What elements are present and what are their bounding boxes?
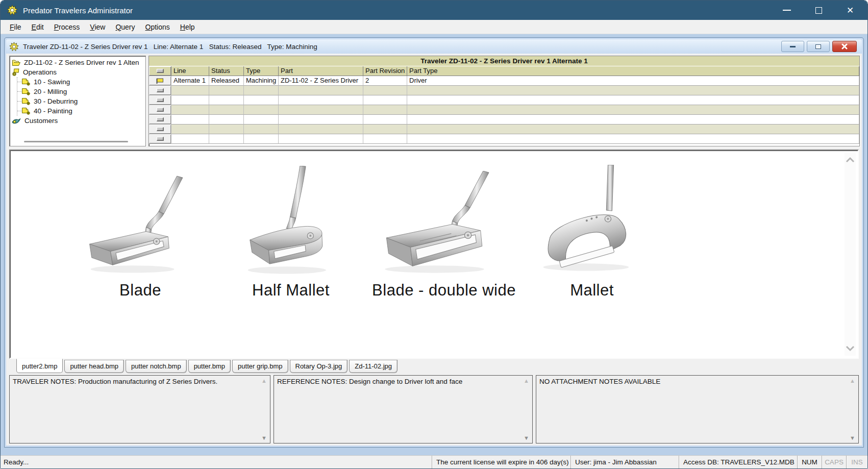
viewer-label-blade-double-wide: Blade - double wide (360, 281, 528, 300)
col-header-status[interactable]: Status (209, 66, 244, 76)
child-title: Traveler ZD-11-02 - Z Series Driver rev … (23, 43, 317, 51)
grid-empty-row[interactable] (149, 115, 859, 125)
row-selector-button[interactable] (149, 134, 171, 144)
grid-empty-row[interactable] (149, 95, 859, 105)
tree-hscrollbar-thumb[interactable] (24, 141, 128, 142)
traveler-tree[interactable]: ZD-11-02 - Z Series Driver rev 1 Alten O… (9, 56, 146, 146)
main-titlebar: Predator Travelers Administrator ✕ (1, 1, 867, 20)
traveler-notes-text: TRAVELER NOTES: Production manufacturing… (13, 378, 217, 385)
status-bar: Ready... The current license will expire… (1, 455, 867, 468)
scroll-up-icon[interactable] (846, 157, 855, 163)
child-content: ZD-11-02 - Z Series Driver rev 1 Alten O… (6, 54, 862, 446)
tab-rotary-op3-jpg[interactable]: Rotary Op-3.jpg (290, 360, 348, 373)
row-selector-button[interactable] (149, 76, 171, 86)
tab-putter-notch-bmp[interactable]: putter notch.bmp (126, 360, 187, 373)
traveler-notes-panel[interactable]: TRAVELER NOTES: Production manufacturing… (9, 375, 270, 443)
minimize-icon (783, 10, 791, 11)
menu-options[interactable]: Options (140, 21, 175, 33)
menu-process[interactable]: Process (49, 21, 85, 33)
cell-status[interactable]: Released (209, 76, 244, 86)
scroll-down-icon[interactable]: ▼ (850, 435, 855, 441)
row-selector-button[interactable] (149, 105, 171, 115)
app-gear-icon (7, 5, 18, 16)
col-header-part-type[interactable]: Part Type (407, 66, 859, 76)
child-titlebar[interactable]: Traveler ZD-11-02 - Z Series Driver rev … (6, 39, 862, 54)
app-window: Predator Travelers Administrator ✕ File … (0, 0, 868, 469)
scroll-down-icon[interactable]: ▼ (524, 435, 529, 441)
scroll-up-icon[interactable]: ▲ (261, 378, 267, 384)
tab-putter-bmp[interactable]: putter.bmp (188, 360, 231, 373)
menu-edit[interactable]: Edit (27, 21, 49, 33)
child-restore-button[interactable] (807, 41, 830, 52)
scroll-up-icon[interactable]: ▲ (850, 378, 855, 384)
attachment-notes-text: NO ATTACHMENT NOTES AVAILABLE (539, 378, 660, 385)
child-minimize-icon (790, 46, 796, 47)
col-header-line[interactable]: Line (171, 66, 209, 76)
tree-item-op-40[interactable]: 40 - Painting (17, 106, 144, 116)
scroll-down-icon[interactable]: ▼ (261, 435, 267, 441)
tree-item-op-30[interactable]: 30 - Deburring (17, 96, 144, 106)
status-database: Access DB: TRAVELERS_V12.MDB (679, 456, 797, 468)
traveler-gear-icon (9, 42, 19, 52)
status-license: The current license will expire in 406 d… (432, 456, 571, 468)
menu-query[interactable]: Query (110, 21, 140, 33)
row-selector-button[interactable] (149, 125, 171, 134)
tab-putter-grip-bmp[interactable]: putter grip.bmp (232, 360, 288, 373)
tree-item-customers[interactable]: Customers (12, 116, 144, 126)
col-header-part[interactable]: Part (279, 66, 363, 76)
operation-step-icon (21, 78, 31, 86)
child-close-button[interactable] (832, 41, 857, 52)
status-user: User: jima - Jim Abbassian (571, 456, 679, 468)
tree-item-op-20[interactable]: 20 - Milling (17, 87, 144, 96)
row-selector-button[interactable] (149, 95, 171, 105)
cell-part[interactable]: ZD-11-02 - Z Series Driver (279, 76, 363, 86)
maximize-button[interactable] (814, 6, 823, 14)
cell-type[interactable]: Machining (244, 76, 279, 86)
menu-help[interactable]: Help (175, 21, 200, 33)
putter-image-half-mallet (237, 166, 344, 288)
close-button[interactable]: ✕ (846, 6, 854, 14)
tab-putter-head-bmp[interactable]: putter head.bmp (64, 360, 124, 373)
tree-item-op-10[interactable]: 10 - Sawing (17, 77, 144, 87)
tab-zd-11-02-jpg[interactable]: Zd-11-02.jpg (349, 360, 398, 373)
cell-part-revision[interactable]: 2 (363, 76, 407, 86)
attachment-notes-panel[interactable]: NO ATTACHMENT NOTES AVAILABLE ▲ ▼ (536, 375, 859, 443)
tree-op-label: 40 - Painting (34, 107, 72, 115)
tab-putter2-bmp[interactable]: putter2.bmp (16, 359, 63, 373)
child-close-icon (841, 43, 848, 50)
traveler-child-window: Traveler ZD-11-02 - Z Series Driver rev … (4, 37, 864, 448)
minimize-button[interactable] (783, 6, 791, 14)
col-header-part-revision[interactable]: Part Revision (363, 66, 407, 76)
cell-part-type[interactable]: Driver (407, 76, 859, 86)
scroll-up-icon[interactable]: ▲ (524, 378, 529, 384)
app-title: Predator Travelers Administrator (23, 6, 133, 15)
tree-op-label: 20 - Milling (34, 88, 67, 95)
tree-item-operations[interactable]: Operations (12, 67, 144, 77)
cell-line[interactable]: Alternate 1 (171, 76, 209, 86)
grid-title: Traveler ZD-11-02 - Z Series Driver rev … (149, 56, 859, 66)
grid-empty-row[interactable] (149, 134, 859, 144)
grid-empty-row[interactable] (149, 125, 859, 134)
row-button-icon (157, 137, 164, 141)
row-selector-button[interactable] (149, 86, 171, 95)
tree-customers-label: Customers (24, 117, 58, 125)
tree-op-label: 10 - Sawing (34, 78, 70, 86)
grid-header-row: Line Status Type Part Part Revision Part… (149, 66, 859, 76)
grid-empty-row[interactable] (149, 105, 859, 115)
grid-empty-row[interactable] (149, 86, 859, 95)
menu-file[interactable]: File (5, 21, 27, 33)
tree-root-item[interactable]: ZD-11-02 - Z Series Driver rev 1 Alten (12, 58, 144, 67)
menu-view[interactable]: View (85, 21, 110, 33)
status-ready: Ready... (1, 456, 432, 468)
row-button-icon (157, 88, 164, 92)
scroll-down-icon[interactable] (846, 345, 855, 352)
row-button-icon (157, 69, 164, 73)
col-header-type[interactable]: Type (244, 66, 279, 76)
viewer-scrollbar[interactable] (845, 153, 856, 356)
reference-notes-panel[interactable]: REFERENCE NOTES: Design change to Driver… (274, 375, 533, 443)
row-selector-button[interactable] (149, 115, 171, 125)
grid-data-row[interactable]: Alternate 1 Released Machining ZD-11-02 … (149, 76, 859, 86)
child-minimize-button[interactable] (781, 41, 804, 52)
top-pane: ZD-11-02 - Z Series Driver rev 1 Alten O… (6, 54, 862, 146)
row-button-icon (157, 98, 164, 102)
